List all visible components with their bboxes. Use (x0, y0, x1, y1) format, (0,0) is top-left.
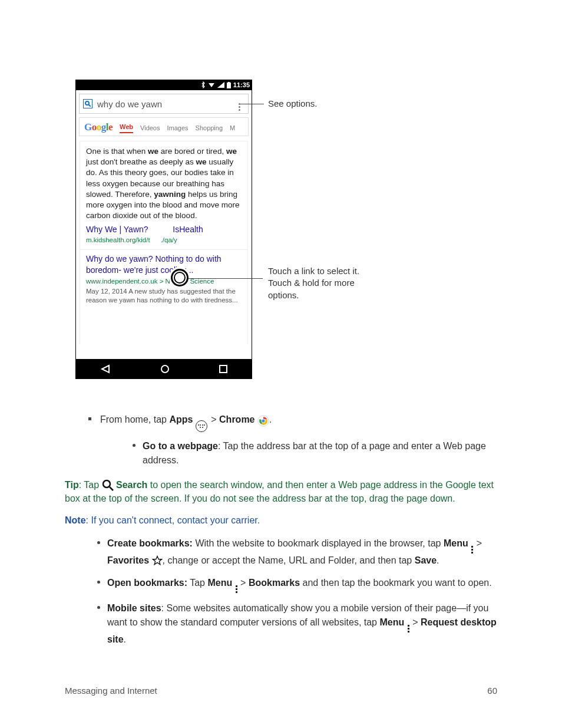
tab-web[interactable]: Web (120, 123, 133, 133)
callout-link: Touch a link to select it. Touch & hold … (268, 265, 380, 301)
open-bookmarks: Open bookmarks: Tap Menu > Bookmarks and… (65, 576, 497, 593)
battery-icon (227, 82, 231, 88)
figure: 11:35 why do we yawn Google Web Videos I… (65, 65, 497, 407)
tab-more[interactable]: M (230, 124, 235, 133)
search-icon (83, 99, 92, 108)
page-number: 60 (487, 686, 497, 696)
section-title: Messaging and Internet (65, 686, 157, 696)
create-bookmarks: Create bookmarks: With the website to bo… (65, 536, 497, 568)
svg-rect-5 (220, 365, 227, 373)
bullet-list: Create bookmarks: With the website to bo… (65, 536, 497, 647)
instruction-list: From home, tap Apps > Chrome . Go to a w… (65, 413, 497, 467)
tab-videos[interactable]: Videos (140, 124, 160, 133)
apps-icon (196, 420, 207, 432)
tab-shopping[interactable]: Shopping (196, 124, 223, 133)
signal-icon (217, 82, 224, 88)
phone-mockup: 11:35 why do we yawn Google Web Videos I… (75, 80, 252, 379)
wifi-icon (208, 82, 215, 88)
svg-point-8 (262, 420, 265, 423)
chrome-icon (257, 415, 269, 427)
home-icon[interactable] (160, 364, 170, 374)
callout-options: See options. (268, 98, 317, 110)
svg-line-10 (110, 487, 113, 490)
result-link-1[interactable]: Why We | Yawn? IsHealth m.kidshealth.org… (86, 224, 242, 245)
back-icon[interactable] (100, 364, 111, 374)
search-icon (102, 479, 114, 491)
search-results: One is that when we are bored or tired, … (80, 141, 248, 344)
svg-point-2 (85, 101, 89, 105)
callout-line (240, 104, 264, 104)
menu-icon (408, 625, 409, 633)
tab-images[interactable]: Images (167, 124, 188, 133)
touch-indicator (171, 269, 189, 286)
tip: Tip: Tap Search to open the search windo… (65, 478, 497, 505)
goto-webpage: Go to a webpage: Tap the address bar at … (100, 439, 497, 467)
search-query: why do we yawn (97, 99, 234, 109)
svg-line-3 (89, 105, 91, 107)
star-icon (152, 555, 163, 566)
note: Note: If you can't connect, contact your… (65, 513, 497, 527)
menu-icon (236, 585, 237, 593)
menu-icon (471, 546, 473, 554)
page-footer: Messaging and Internet 60 (65, 686, 497, 696)
step-from-home: From home, tap Apps > Chrome . Go to a w… (65, 413, 497, 467)
clock: 11:35 (233, 81, 250, 88)
featured-snippet: One is that when we are bored or tired, … (86, 146, 242, 222)
result-link-2[interactable]: Why do we yawn? Nothing to do with bored… (80, 249, 247, 305)
google-tabs: Google Web Videos Images Shopping M (79, 117, 249, 136)
nav-bar (75, 359, 252, 379)
svg-point-9 (103, 480, 110, 487)
svg-rect-0 (227, 83, 231, 88)
svg-point-4 (161, 365, 168, 373)
status-bar: 11:35 (75, 80, 252, 90)
recent-icon[interactable] (219, 365, 227, 373)
callout-line (189, 278, 263, 279)
google-logo: Google (84, 121, 113, 133)
search-bar[interactable]: why do we yawn (79, 94, 249, 114)
bluetooth-icon (201, 81, 206, 88)
svg-rect-1 (228, 82, 230, 83)
mobile-sites: Mobile sites: Some websites automaticall… (65, 601, 497, 647)
